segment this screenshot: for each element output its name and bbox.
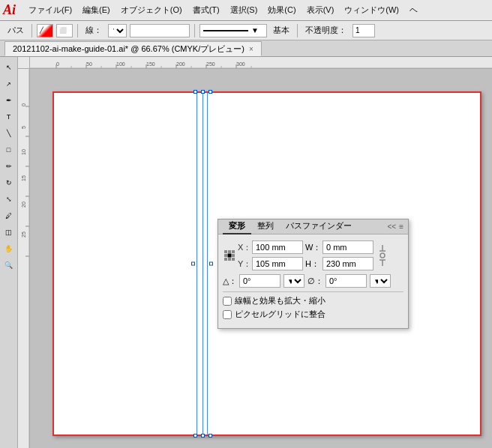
angle2-select[interactable]: ▼	[370, 274, 391, 288]
x-label: X：	[238, 242, 250, 253]
hand-tool[interactable]: ✋	[2, 241, 16, 256]
svg-text:300: 300	[236, 61, 245, 67]
angle1-label: △：	[223, 276, 236, 287]
handle-bottom-1[interactable]	[194, 434, 197, 438]
x-row: X： W：	[238, 240, 374, 254]
checkbox1-row: 線幅と効果も拡大・縮小	[223, 295, 404, 306]
handle-bottom-2[interactable]	[201, 434, 205, 438]
panel-menu-icon[interactable]: ≡	[399, 223, 404, 231]
menu-view[interactable]: 表示(V)	[302, 2, 340, 18]
svg-rect-37	[232, 250, 235, 253]
svg-rect-35	[224, 250, 227, 253]
workspace[interactable]: 変形 整列 パスファインダー << ≡	[30, 69, 492, 448]
checkbox2-row: ピクセルグリッドに整合	[223, 309, 404, 320]
svg-text:0: 0	[21, 103, 26, 106]
tab-pathfinder[interactable]: パスファインダー	[280, 219, 358, 234]
menu-text[interactable]: 書式(T)	[188, 2, 225, 18]
scale-tool[interactable]: ⤡	[2, 192, 16, 207]
tab-transform[interactable]: 変形	[223, 219, 251, 234]
ruler-top: 0 50 100 150 200 250 300	[30, 57, 492, 69]
angle1-select[interactable]: ▼	[284, 274, 304, 288]
checkbox2-label: ピクセルグリッドに整合	[235, 309, 326, 320]
toolbar: パス ╱ ⬜ 線： ▼ ▼ 基本 不透明度：	[0, 21, 492, 40]
h-input[interactable]	[322, 257, 374, 270]
menu-effect[interactable]: 効果(C)	[262, 2, 301, 18]
panel-header[interactable]: 変形 整列 パスファインダー << ≡	[218, 220, 408, 234]
svg-rect-39	[228, 254, 231, 257]
pen-tool[interactable]: ✒	[2, 93, 16, 108]
app-logo: Ai	[3, 2, 16, 18]
tab-align[interactable]: 整列	[251, 219, 280, 234]
rect-tool[interactable]: □	[2, 142, 16, 157]
menu-file[interactable]: ファイル(F)	[23, 2, 77, 18]
tab-bar: 20121102-ai-make-guide-01.ai* @ 66.67% (…	[0, 40, 492, 57]
svg-text:150: 150	[146, 61, 155, 67]
select-tool[interactable]: ↖	[2, 60, 16, 75]
menu-help[interactable]: ヘ	[404, 2, 423, 18]
y-label: Y：	[238, 258, 250, 270]
svg-text:25: 25	[21, 231, 26, 237]
y-input[interactable]	[252, 257, 303, 270]
handle-bottom-3[interactable]	[208, 434, 212, 438]
x-input[interactable]	[252, 240, 303, 254]
panel-controls: << ≡	[387, 223, 404, 231]
handle-mid-left[interactable]	[191, 262, 195, 266]
sep4	[297, 24, 298, 37]
line-tool[interactable]: ╲	[2, 126, 16, 141]
panel-collapse-icon[interactable]: <<	[387, 223, 396, 231]
pixel-grid-checkbox[interactable]	[223, 310, 232, 319]
menu-object[interactable]: オブジェクト(O)	[116, 2, 188, 18]
svg-text:200: 200	[176, 61, 185, 67]
svg-text:100: 100	[116, 61, 125, 67]
menu-select[interactable]: 選択(S)	[225, 2, 263, 18]
handle-top-1[interactable]	[194, 90, 197, 94]
brush-tool[interactable]: ✏	[2, 159, 16, 174]
ruler-corner	[18, 57, 30, 69]
handle-top-2[interactable]	[201, 90, 205, 94]
menu-edit[interactable]: 編集(E)	[77, 2, 116, 18]
type-tool[interactable]: T	[2, 109, 16, 124]
rotate-tool[interactable]: ↻	[2, 175, 16, 190]
panel-body: X： W： Y： H：	[218, 234, 408, 328]
angle1-input[interactable]	[239, 274, 280, 288]
eyedropper-tool[interactable]: 🖊	[2, 208, 16, 223]
gradient-tool[interactable]: ◫	[2, 225, 16, 240]
stroke-preview: ▼	[200, 24, 267, 37]
xy-inputs: X： W： Y： H：	[238, 240, 374, 270]
sep2	[77, 24, 78, 37]
tab-close-btn[interactable]: ×	[249, 45, 254, 53]
stroke-input[interactable]	[130, 24, 190, 37]
ruler-left: 0 5 10 15 20 25	[18, 69, 30, 448]
svg-point-46	[380, 253, 385, 258]
reference-point-icon[interactable]	[223, 241, 236, 270]
tools-sidebar: ↖ ↗ ✒ T ╲ □ ✏ ↻ ⤡ 🖊 ◫ ✋ 🔍	[0, 57, 18, 448]
document-tab[interactable]: 20121102-ai-make-guide-01.ai* @ 66.67% (…	[4, 41, 262, 56]
w-input[interactable]	[322, 240, 374, 254]
handle-top-3[interactable]	[208, 90, 212, 94]
direct-select-tool[interactable]: ↗	[2, 76, 16, 91]
menu-bar: Ai ファイル(F) 編集(E) オブジェクト(O) 書式(T) 選択(S) 効…	[0, 0, 492, 21]
svg-text:5: 5	[21, 126, 26, 129]
constraint-proportions[interactable]	[375, 245, 390, 266]
guide-line-1	[196, 93, 197, 435]
handle-mid-right[interactable]	[209, 262, 213, 266]
guide-line-2	[202, 93, 203, 435]
stroke-color-btn[interactable]: ╱	[37, 24, 53, 37]
svg-text:15: 15	[21, 175, 26, 181]
svg-rect-42	[228, 258, 231, 261]
svg-rect-41	[224, 258, 227, 261]
stroke-scale-checkbox[interactable]	[223, 297, 232, 306]
stroke-select[interactable]: ▼	[108, 24, 127, 37]
panel-divider	[223, 291, 404, 292]
canvas-area[interactable]: 0 50 100 150 200 250 300	[18, 57, 492, 448]
svg-text:0: 0	[56, 61, 59, 67]
guide-line-3	[207, 93, 208, 435]
menu-window[interactable]: ウィンドウ(W)	[339, 2, 404, 18]
opacity-input[interactable]	[352, 24, 375, 37]
fill-color-btn[interactable]: ⬜	[56, 24, 73, 37]
zoom-tool[interactable]: 🔍	[2, 258, 16, 273]
sep3	[194, 24, 195, 37]
angle2-input[interactable]	[326, 274, 367, 288]
angle1-row: △： ▼ ∅： ▼	[223, 274, 404, 288]
opacity-label: 不透明度：	[302, 25, 350, 36]
